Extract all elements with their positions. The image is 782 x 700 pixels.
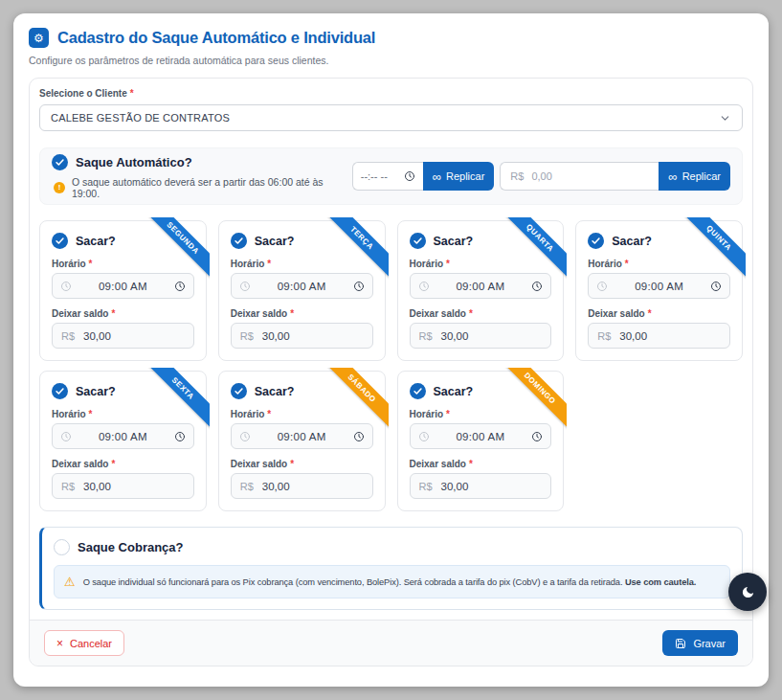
day-card-quinta: QUINTA Sacar? Horário* 09:00 AM Deixar s…: [575, 220, 743, 361]
main-window: ⚙ Cadastro do Saque Automático e Individ…: [13, 13, 769, 687]
auto-withdraw-title: Saque Automático?: [76, 155, 192, 169]
clock-icon: [353, 281, 365, 292]
horario-label: Horário*: [410, 409, 552, 419]
chevron-down-icon: [719, 112, 731, 124]
deixar-saldo-label: Deixar saldo*: [231, 308, 373, 319]
auto-withdraw-left: Saque Automático? ! O saque automático d…: [52, 154, 352, 199]
currency-prefix: R$: [510, 170, 524, 182]
clock-icon: [174, 281, 186, 292]
client-select-label: Selecione o Cliente*: [39, 88, 743, 99]
warning-icon: ⚠: [64, 576, 76, 588]
deixar-saldo-input[interactable]: R$ 30,00: [52, 473, 194, 499]
clock-icon: [710, 281, 722, 292]
time-placeholder: --:-- --: [361, 170, 388, 182]
horario-input[interactable]: 09:00 AM: [52, 423, 194, 449]
checkbox-checked-icon: [52, 154, 68, 170]
clock-icon: [239, 281, 251, 292]
charge-withdraw-section: Saque Cobrança? ⚠ O saque individual só …: [39, 527, 743, 610]
page-header: ⚙ Cadastro do Saque Automático e Individ…: [13, 13, 769, 66]
horario-input[interactable]: 09:00 AM: [231, 273, 373, 299]
replicate-time-input[interactable]: --:-- --: [352, 162, 423, 191]
charge-withdraw-title: Saque Cobrança?: [78, 540, 184, 554]
clock-icon: [531, 431, 543, 442]
clock-icon: [418, 431, 430, 442]
clock-icon: [174, 431, 186, 442]
close-icon: ×: [56, 638, 63, 649]
sacar-checkbox[interactable]: Sacar?: [588, 233, 730, 249]
sacar-checkbox[interactable]: Sacar?: [231, 383, 373, 399]
checkbox-checked-icon: [410, 383, 426, 399]
auto-withdraw-hint: ! O saque automático deverá ser a partir…: [54, 176, 352, 199]
deixar-saldo-label: Deixar saldo*: [410, 459, 552, 469]
clock-icon: [353, 431, 365, 442]
gear-icon: ⚙: [29, 28, 49, 48]
horario-label: Horário*: [52, 409, 194, 419]
horario-label: Horário*: [52, 259, 194, 269]
day-card-terca: TERÇA Sacar? Horário* 09:00 AM Deixar sa…: [218, 220, 386, 361]
client-select-value: CALEBE GESTÃO DE CONTRATOS: [51, 112, 230, 124]
horario-input[interactable]: 09:00 AM: [410, 423, 552, 449]
auto-withdraw-section: Saque Automático? ! O saque automático d…: [39, 147, 743, 205]
day-card-quarta: QUARTA Sacar? Horário* 09:00 AM Deixar s…: [397, 220, 565, 361]
sacar-checkbox[interactable]: Sacar?: [410, 383, 552, 399]
horario-label: Horário*: [410, 259, 552, 269]
deixar-saldo-label: Deixar saldo*: [52, 459, 194, 469]
charge-withdraw-checkbox[interactable]: Saque Cobrança?: [54, 539, 730, 555]
day-card-sexta: SEXTA Sacar? Horário* 09:00 AM Deixar sa…: [39, 371, 207, 511]
sacar-checkbox[interactable]: Sacar?: [231, 233, 373, 249]
clock-icon: [531, 281, 543, 292]
page-title: Cadastro do Saque Automático e Individua…: [57, 29, 375, 47]
day-cards-grid: SEGUNDA Sacar? Horário* 09:00 AM Deixar …: [39, 220, 743, 511]
auto-withdraw-controls: --:-- -- ∞ Replicar R$: [352, 162, 730, 191]
sacar-checkbox[interactable]: Sacar?: [52, 383, 194, 399]
clock-icon: [404, 170, 415, 182]
day-card-domingo: DOMINGO Sacar? Horário* 09:00 AM Deixar …: [397, 371, 565, 511]
checkbox-checked-icon: [588, 233, 604, 249]
sacar-checkbox[interactable]: Sacar?: [410, 233, 552, 249]
clock-icon: [60, 431, 72, 442]
checkbox-checked-icon: [231, 383, 247, 399]
horario-input[interactable]: 09:00 AM: [52, 273, 194, 299]
deixar-saldo-input[interactable]: R$ 30,00: [52, 323, 194, 349]
deixar-saldo-input[interactable]: R$ 30,00: [410, 323, 552, 349]
info-icon: !: [54, 182, 65, 193]
clock-icon: [418, 281, 430, 292]
horario-input[interactable]: 09:00 AM: [588, 273, 730, 299]
checkbox-checked-icon: [52, 233, 68, 249]
moon-icon: [741, 585, 755, 599]
clock-icon: [60, 281, 72, 292]
deixar-saldo-input[interactable]: R$ 30,00: [231, 323, 373, 349]
horario-input[interactable]: 09:00 AM: [410, 273, 552, 299]
horario-label: Horário*: [231, 259, 373, 269]
horario-input[interactable]: 09:00 AM: [231, 423, 373, 449]
replicate-icon: ∞: [668, 170, 677, 183]
auto-withdraw-checkbox[interactable]: Saque Automático?: [52, 154, 352, 170]
replicate-amount-button[interactable]: ∞ Replicar: [659, 162, 730, 191]
day-card-segunda: SEGUNDA Sacar? Horário* 09:00 AM Deixar …: [39, 220, 207, 361]
replicate-amount-input[interactable]: R$ 0,00: [500, 162, 659, 191]
sacar-checkbox[interactable]: Sacar?: [52, 233, 194, 249]
checkbox-checked-icon: [410, 233, 426, 249]
form-footer: × Cancelar Gravar: [30, 620, 752, 666]
deixar-saldo-label: Deixar saldo*: [588, 308, 730, 319]
deixar-saldo-input[interactable]: R$ 30,00: [410, 473, 552, 499]
deixar-saldo-label: Deixar saldo*: [231, 459, 373, 469]
save-icon: [675, 638, 686, 649]
checkbox-unchecked-icon: [54, 539, 70, 555]
cancel-button[interactable]: × Cancelar: [44, 630, 124, 656]
checkbox-checked-icon: [52, 383, 68, 399]
deixar-saldo-label: Deixar saldo*: [52, 308, 194, 319]
deixar-saldo-input[interactable]: R$ 30,00: [588, 323, 730, 349]
amount-placeholder: 0,00: [531, 170, 551, 182]
save-button[interactable]: Gravar: [662, 630, 738, 656]
deixar-saldo-label: Deixar saldo*: [410, 308, 552, 319]
client-select[interactable]: CALEBE GESTÃO DE CONTRATOS: [39, 104, 743, 131]
clock-icon: [239, 431, 251, 442]
charge-warning-text: O saque individual só funcionará para os…: [83, 577, 697, 587]
page-subtitle: Configure os parâmetros de retirada auto…: [29, 55, 751, 66]
dark-mode-toggle-button[interactable]: [728, 573, 767, 611]
horario-label: Horário*: [588, 259, 730, 269]
checkbox-checked-icon: [231, 233, 247, 249]
deixar-saldo-input[interactable]: R$ 30,00: [231, 473, 373, 499]
replicate-time-button[interactable]: ∞ Replicar: [423, 162, 495, 191]
